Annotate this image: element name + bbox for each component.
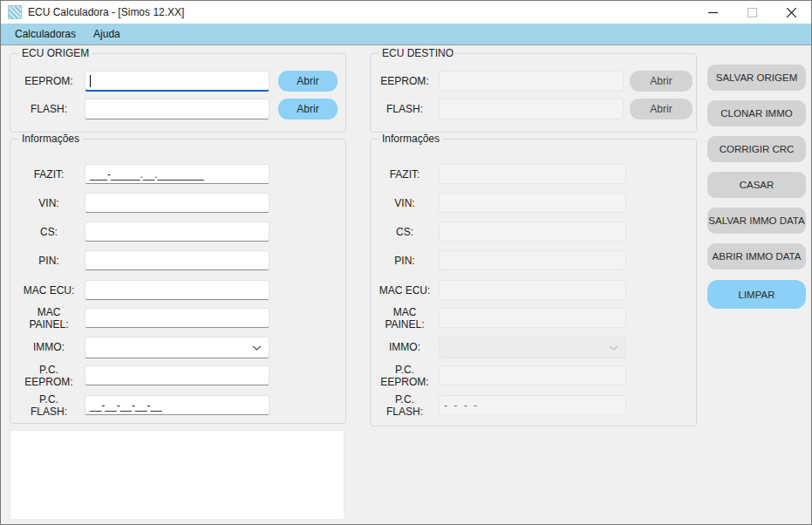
menu-calculadoras[interactable]: Calculadoras (6, 24, 85, 44)
origem-pc-flash-input[interactable]: __-__-__-__-__ (85, 395, 270, 415)
destino-pin-input (439, 250, 626, 270)
origem-mac-painel-label: MAC PAINEL: (14, 306, 84, 331)
destino-immo-label: IMMO: (372, 341, 437, 353)
minimize-icon (708, 8, 718, 17)
destino-mac-painel-input (439, 308, 626, 328)
close-icon (787, 8, 796, 17)
destino-fazit-input (439, 164, 626, 184)
origem-fazit-input[interactable]: ___-_____.__.________ (85, 164, 270, 184)
destino-pc-flash-value: - - - - (444, 399, 479, 412)
casar-button[interactable]: CASAR (707, 172, 806, 198)
limpar-button[interactable]: LIMPAR (707, 280, 806, 309)
origem-pin-input[interactable] (85, 250, 270, 270)
titlebar: ECU Calculadora - [Simos 12.XX] (1, 1, 811, 24)
destino-pin-label: PIN: (372, 255, 437, 267)
group-ecu-origem-title: ECU ORIGEM (18, 47, 92, 60)
maximize-button[interactable] (733, 1, 772, 24)
maximize-icon (747, 8, 757, 17)
origem-pin-label: PIN: (14, 255, 84, 267)
destino-fazit-label: FAZIT: (372, 168, 437, 181)
chevron-down-icon (252, 345, 262, 351)
origem-pc-flash-value: __-__-__-__-__ (90, 399, 162, 412)
destino-vin-input (439, 193, 626, 213)
origem-mac-painel-input[interactable] (85, 308, 270, 328)
close-button[interactable] (772, 1, 811, 24)
origem-fazit-value: ___-_____.__.________ (90, 168, 204, 181)
text-caret (90, 75, 91, 87)
destino-mac-ecu-label: MAC ECU: (372, 284, 437, 297)
destino-pc-eeprom-input (439, 365, 626, 385)
origem-cs-label: CS: (14, 226, 84, 238)
origem-pc-eeprom-label: P.C. EEPROM: (14, 364, 84, 388)
group-info-origem-title: Informações (18, 133, 83, 146)
destino-vin-label: VIN: (372, 197, 437, 209)
destino-immo-select (439, 337, 626, 358)
clonar-immo-button[interactable]: CLONAR IMMO (707, 100, 806, 126)
corrigir-crc-button[interactable]: CORRIGIR CRC (707, 136, 806, 162)
destino-pc-flash-input: - - - - (439, 395, 626, 415)
destino-cs-label: CS: (372, 226, 437, 238)
destino-eeprom-input (439, 71, 624, 92)
destino-cs-input (439, 222, 626, 242)
origem-mac-ecu-input[interactable] (85, 280, 270, 300)
origem-flash-label: FLASH: (14, 103, 84, 115)
group-ecu-destino-title: ECU DESTINO (379, 47, 457, 60)
app-icon (8, 5, 22, 19)
group-info-destino: Informações FAZIT: VIN: CS: PIN: MAC ECU… (370, 139, 697, 426)
menu-ajuda[interactable]: Ajuda (85, 24, 129, 44)
destino-flash-abrir-button: Abrir (630, 99, 693, 119)
destino-flash-label: FLASH: (372, 103, 437, 115)
destino-mac-painel-label: MAC PAINEL: (372, 306, 437, 331)
origem-immo-label: IMMO: (14, 341, 84, 353)
log-listbox[interactable] (10, 430, 345, 520)
origem-eeprom-label: EEPROM: (14, 75, 84, 87)
destino-eeprom-abrir-button: Abrir (630, 71, 693, 92)
origem-eeprom-input[interactable] (85, 71, 270, 92)
app-window: ECU Calculadora - [Simos 12.XX] Calculad… (0, 0, 812, 525)
destino-pc-flash-label: P.C. FLASH: (372, 393, 437, 418)
origem-pc-eeprom-input[interactable] (85, 365, 270, 385)
origem-cs-input[interactable] (85, 222, 270, 242)
origem-flash-input[interactable] (85, 99, 270, 119)
salvar-origem-button[interactable]: SALVAR ORIGEM (707, 65, 806, 91)
chevron-down-icon (609, 345, 618, 351)
minimize-button[interactable] (693, 1, 733, 24)
origem-pc-flash-label: P.C. FLASH: (14, 393, 84, 418)
group-info-origem: Informações FAZIT: ___-_____.__.________… (10, 139, 346, 424)
group-ecu-destino: ECU DESTINO EEPROM: Abrir FLASH: Abrir (370, 53, 697, 133)
destino-flash-input (439, 99, 624, 119)
origem-vin-label: VIN: (14, 197, 84, 209)
origem-eeprom-abrir-button[interactable]: Abrir (278, 71, 338, 92)
window-title: ECU Calculadora - [Simos 12.XX] (28, 6, 184, 18)
origem-immo-select[interactable] (85, 337, 270, 358)
group-info-destino-title: Informações (379, 133, 443, 146)
destino-pc-eeprom-label: P.C. EEPROM: (372, 364, 437, 388)
menubar: Calculadoras Ajuda (1, 24, 811, 45)
salvar-immo-data-button[interactable]: SALVAR IMMO DATA (707, 208, 806, 234)
destino-mac-ecu-input (439, 280, 626, 300)
window-controls (693, 1, 811, 24)
origem-mac-ecu-label: MAC ECU: (14, 284, 84, 297)
origem-fazit-label: FAZIT: (14, 168, 84, 181)
origem-vin-input[interactable] (85, 193, 270, 213)
destino-eeprom-label: EEPROM: (372, 75, 437, 87)
abrir-immo-data-button[interactable]: ABRIR IMMO DATA (707, 243, 806, 269)
group-ecu-origem: ECU ORIGEM EEPROM: Abrir FLASH: Abrir (10, 53, 346, 133)
origem-flash-abrir-button[interactable]: Abrir (278, 99, 338, 119)
